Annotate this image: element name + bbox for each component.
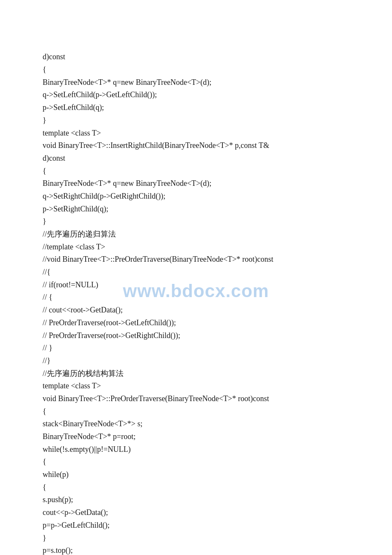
code-line: } [43,532,358,545]
code-line: BinaryTreeNode<T>* p=root; [43,431,358,443]
code-line: while(p) [43,468,358,481]
code-line: // if(root!=NULL) [43,279,358,292]
code-line: template <class T> [43,127,358,140]
code-line: //{ [43,266,358,279]
code-line: // } [43,342,358,355]
code-line: // cout<<root->GetData(); [43,304,358,317]
code-line: { [43,405,358,418]
code-line: q->SetRightChild(p->GetRightChild()); [43,190,358,203]
code-line: //} [43,355,358,367]
code-line: } [43,114,358,127]
code-line: d)const [43,51,358,64]
code-line: { [43,481,358,494]
code-line: } [43,215,358,228]
code-line: template <class T> [43,380,358,393]
code-line: stack<BinaryTreeNode<T>*> s; [43,418,358,431]
code-line: s.push(p); [43,494,358,506]
code-line: void BinaryTree<T>::PreOrderTraverse(Bin… [43,393,358,405]
code-line: //先序遍历的栈结构算法 [43,367,358,380]
code-line: // PreOrderTraverse(root->GetLeftChild()… [43,317,358,330]
code-line: d)const [43,152,358,165]
code-line: BinaryTreeNode<T>* q=new BinaryTreeNode<… [43,177,358,190]
code-line: p->SetLeftChild(q); [43,101,358,114]
code-line: { [43,165,358,178]
code-line: p=s.top(); [43,544,358,555]
code-line: void BinaryTree<T>::InsertRightChild(Bin… [43,139,358,152]
code-line: p->SetRightChild(q); [43,203,358,216]
page-content: www.bdocx.com d)const{BinaryTreeNode<T>*… [0,0,392,555]
code-line: while(!s.empty()||p!=NULL) [43,443,358,456]
code-line: q->SetLeftChild(p->GetLeftChild()); [43,89,358,101]
code-line: //template <class T> [43,241,358,254]
code-line: // PreOrderTraverse(root->GetRightChild(… [43,330,358,342]
code-line: { [43,64,358,76]
code-line: BinaryTreeNode<T>* q=new BinaryTreeNode<… [43,76,358,89]
code-block: d)const{BinaryTreeNode<T>* q=new BinaryT… [43,26,358,555]
code-line: p=p->GetLeftChild(); [43,519,358,532]
code-line: cout<<p->GetData(); [43,506,358,519]
code-line: //void BinaryTree<T>::PreOrderTraverse(B… [43,253,358,266]
code-line: // { [43,291,358,304]
code-line: { [43,456,358,468]
code-line: //先序遍历的递归算法 [43,228,358,241]
